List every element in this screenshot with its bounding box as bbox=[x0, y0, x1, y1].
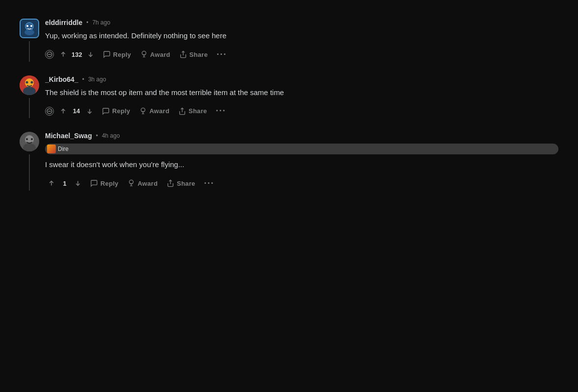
svg-point-3 bbox=[26, 25, 28, 27]
comment-thread: elddirriddle • 7h ago Yup, working as in… bbox=[20, 10, 558, 196]
comment-item: elddirriddle • 7h ago Yup, working as in… bbox=[20, 10, 558, 67]
flair-icon bbox=[47, 145, 56, 153]
reply-label: Reply bbox=[113, 51, 131, 58]
comment-actions: 1 Reply Award Share ··· bbox=[45, 176, 558, 191]
timestamp: 7h ago bbox=[92, 19, 110, 26]
username[interactable]: Michael_Swag bbox=[45, 132, 92, 140]
downvote-button[interactable] bbox=[83, 105, 96, 118]
comment-content: elddirriddle • 7h ago Yup, working as in… bbox=[45, 19, 558, 62]
downvote-button[interactable] bbox=[72, 177, 84, 190]
username[interactable]: _Kirbo64_ bbox=[45, 75, 78, 83]
share-label: Share bbox=[190, 51, 208, 58]
upvote-button[interactable] bbox=[45, 177, 58, 190]
collapse-button[interactable] bbox=[45, 107, 54, 116]
svg-point-4 bbox=[30, 25, 32, 27]
vote-count: 14 bbox=[72, 107, 81, 115]
comment-header: elddirriddle • 7h ago bbox=[45, 19, 558, 26]
share-label: Share bbox=[177, 180, 195, 187]
username[interactable]: elddirriddle bbox=[45, 19, 82, 26]
comment-body: Yup, working as intended. Definitely not… bbox=[45, 30, 486, 42]
award-label: Award bbox=[150, 51, 170, 58]
comment-actions: 14 Reply Award Share ··· bbox=[45, 104, 558, 118]
downvote-button[interactable] bbox=[84, 48, 97, 61]
timestamp: 3h ago bbox=[88, 76, 106, 83]
upvote-button[interactable] bbox=[57, 48, 70, 61]
comment-actions: 132 Reply Award Share ··· bbox=[45, 48, 558, 62]
share-button[interactable]: Share bbox=[176, 49, 211, 60]
more-button[interactable]: ··· bbox=[201, 176, 217, 191]
svg-point-20 bbox=[141, 108, 145, 112]
avatar bbox=[20, 132, 39, 151]
comment-item: _Kirbo64_ • 3h ago The shield is the mos… bbox=[20, 67, 558, 123]
svg-point-25 bbox=[26, 138, 28, 140]
flair-badge: Dire bbox=[45, 144, 558, 154]
svg-point-26 bbox=[31, 138, 33, 140]
vote-section: 1 bbox=[45, 177, 84, 190]
collapse-button[interactable] bbox=[45, 50, 54, 59]
upvote-button[interactable] bbox=[57, 105, 70, 118]
comment-body: The shield is the most op item and the m… bbox=[45, 87, 486, 98]
vote-section: 14 bbox=[57, 105, 96, 118]
comment-content: _Kirbo64_ • 3h ago The shield is the mos… bbox=[45, 75, 558, 119]
share-button[interactable]: Share bbox=[164, 177, 198, 189]
vote-count: 132 bbox=[72, 51, 82, 58]
svg-point-15 bbox=[31, 81, 33, 83]
svg-point-9 bbox=[142, 51, 146, 55]
share-button[interactable]: Share bbox=[175, 105, 210, 117]
more-button[interactable]: ··· bbox=[214, 48, 230, 62]
comment-content: Michael_Swag • 4h ago Dire I swear it do… bbox=[45, 132, 558, 191]
comment-left-column bbox=[20, 132, 39, 191]
dot-separator: • bbox=[82, 76, 84, 83]
svg-point-14 bbox=[26, 81, 28, 83]
reply-button[interactable]: Reply bbox=[99, 105, 133, 117]
comment-item: Michael_Swag • 4h ago Dire I swear it do… bbox=[20, 123, 558, 196]
svg-point-2 bbox=[24, 29, 34, 35]
share-label: Share bbox=[189, 107, 207, 115]
comment-left-column bbox=[20, 75, 39, 119]
vote-count: 1 bbox=[60, 180, 70, 187]
award-label: Award bbox=[149, 107, 169, 115]
thread-line bbox=[29, 98, 30, 119]
avatar bbox=[20, 75, 39, 95]
thread-line bbox=[29, 41, 30, 62]
award-button[interactable]: Award bbox=[136, 105, 172, 117]
reply-label: Reply bbox=[100, 180, 119, 187]
comment-body: I swear it doesn't work when you're flyi… bbox=[45, 159, 486, 171]
dot-separator: • bbox=[96, 132, 98, 139]
reply-button[interactable]: Reply bbox=[100, 49, 134, 60]
thread-line bbox=[29, 154, 30, 191]
reply-label: Reply bbox=[112, 107, 130, 115]
comment-left-column bbox=[20, 19, 39, 62]
award-button[interactable]: Award bbox=[137, 49, 173, 60]
reply-button[interactable]: Reply bbox=[87, 177, 121, 189]
flair-text: Dire bbox=[58, 146, 69, 152]
avatar bbox=[20, 19, 39, 38]
comment-header: _Kirbo64_ • 3h ago bbox=[45, 75, 558, 83]
dot-separator: • bbox=[86, 19, 88, 26]
svg-point-29 bbox=[129, 180, 133, 184]
timestamp: 4h ago bbox=[102, 132, 120, 139]
vote-section: 132 bbox=[57, 48, 97, 61]
award-label: Award bbox=[138, 180, 158, 187]
award-button[interactable]: Award bbox=[124, 177, 161, 189]
comment-header: Michael_Swag • 4h ago bbox=[45, 132, 558, 140]
more-button[interactable]: ··· bbox=[213, 104, 229, 118]
